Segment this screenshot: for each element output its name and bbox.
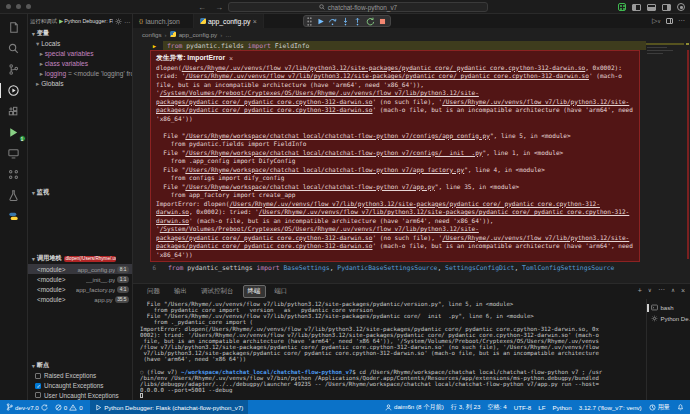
sidebar-title: 运行和调试 bbox=[30, 18, 57, 25]
usage-indicator[interactable]: 用量 bbox=[649, 403, 670, 412]
editor-tab[interactable]: launch.json bbox=[133, 14, 194, 28]
terminal-list-item[interactable]: Python De… bbox=[647, 313, 690, 324]
editor-tab[interactable]: app_config.py bbox=[194, 14, 264, 28]
step-over-icon[interactable] bbox=[328, 17, 337, 26]
breakpoint-checkbox[interactable] bbox=[35, 392, 41, 398]
encoding[interactable]: UTF-8 bbox=[514, 404, 532, 411]
org-grid-icon[interactable] bbox=[0, 164, 28, 185]
gear-icon[interactable] bbox=[115, 18, 122, 25]
problems-indicator[interactable]: 0 0 bbox=[55, 404, 83, 411]
toggle-secondary-sidebar-icon[interactable] bbox=[662, 4, 671, 11]
watch-header[interactable]: ▾监视 bbox=[28, 187, 132, 198]
exception-text-line bbox=[156, 123, 634, 132]
more-actions-icon[interactable]: ⋯ bbox=[124, 18, 130, 25]
debug-session-icon[interactable]: 1 bbox=[0, 122, 28, 143]
drag-handle-icon[interactable] bbox=[307, 17, 312, 26]
stop-icon[interactable] bbox=[378, 17, 387, 26]
maximize-panel-icon[interactable]: ∧ bbox=[671, 287, 675, 293]
code-editor[interactable]: ▶ from pydantic.fields import FieldInfo … bbox=[133, 40, 690, 283]
blame-info[interactable]: daim6n (8 个月前) bbox=[385, 403, 444, 412]
step-into-icon[interactable] bbox=[341, 17, 350, 26]
assistant-icon[interactable] bbox=[618, 3, 626, 11]
toggle-panel-icon[interactable] bbox=[647, 4, 656, 11]
indentation[interactable]: 空格: 4 bbox=[487, 403, 506, 412]
terminal-list-item[interactable]: bash bbox=[647, 302, 690, 313]
panel-tab[interactable]: 输出 bbox=[169, 285, 192, 298]
editor-more-actions-icon[interactable]: ⋯ bbox=[678, 17, 685, 25]
back-icon[interactable]: ← bbox=[198, 3, 206, 12]
call-stack-frame[interactable]: <module> __init__.py 1:1 bbox=[28, 274, 132, 284]
source-control-icon[interactable] bbox=[0, 59, 28, 80]
exception-title: 发生异常: ImportError bbox=[156, 53, 225, 63]
search-sidebar-icon[interactable] bbox=[0, 38, 28, 59]
window-controls[interactable] bbox=[6, 4, 31, 9]
breakpoint-item[interactable]: User Uncaught Exceptions bbox=[28, 391, 132, 400]
exception-text-line: File "/Users/Rhyme/workspace/chatchat_lo… bbox=[156, 132, 634, 141]
command-center-search[interactable]: chatchat-flow-python_v7 bbox=[228, 2, 488, 12]
breakpoints-section: ▾断点 Raised Exceptions Uncaught Exception… bbox=[28, 360, 132, 400]
continue-icon[interactable] bbox=[316, 17, 325, 26]
explorer-icon[interactable] bbox=[0, 17, 28, 38]
call-stack-header[interactable]: ▾调用堆栈 dlopen(/Users/Rhyme/.uv/venvs/flow… bbox=[28, 253, 132, 264]
panel-more-icon[interactable]: ⋯ bbox=[658, 286, 665, 294]
minimize-window-icon[interactable] bbox=[16, 4, 21, 9]
panel-tab[interactable]: 端口 bbox=[270, 285, 293, 298]
breadcrumb[interactable]: configs › app_config.py › … bbox=[133, 28, 690, 40]
exception-text-line: from app_factory import create_app bbox=[156, 191, 634, 200]
line-col-badge: 1:1 bbox=[117, 276, 129, 283]
extensions-icon[interactable] bbox=[0, 101, 28, 122]
variable-row[interactable]: ▸ class variables bbox=[28, 59, 132, 69]
call-stack-frame[interactable]: <module> app.py 35:5 bbox=[28, 294, 132, 304]
breakpoint-item[interactable]: Uncaught Exceptions bbox=[28, 381, 132, 391]
panel-tab[interactable]: 终端 bbox=[243, 285, 266, 298]
breakpoints-header[interactable]: ▾断点 bbox=[28, 360, 132, 371]
python-interpreter[interactable]: 3.12.7 ('flow_v7': venv) bbox=[579, 404, 642, 411]
breakpoint-item[interactable]: Raised Exceptions bbox=[28, 371, 132, 381]
search-icon bbox=[319, 4, 325, 10]
start-debug-icon[interactable]: ▶ bbox=[59, 18, 63, 24]
debug-status[interactable]: Python Debugger: Flask (chatchat-flow-py… bbox=[90, 400, 249, 414]
call-stack-frame[interactable]: <module> app_config.py 8:1 bbox=[28, 264, 132, 274]
bell-icon[interactable] bbox=[677, 403, 684, 411]
panel-tab[interactable]: 问题 bbox=[142, 285, 165, 298]
variable-row[interactable]: ▾ Locals bbox=[28, 39, 132, 49]
restart-icon[interactable] bbox=[366, 17, 375, 26]
variable-row[interactable]: ▸ special variables bbox=[28, 49, 132, 59]
variables-header[interactable]: ▾变量 bbox=[28, 28, 132, 39]
forward-icon[interactable]: → bbox=[215, 3, 223, 12]
language-mode[interactable]: Python bbox=[552, 404, 571, 411]
run-debug-icon[interactable] bbox=[0, 80, 28, 101]
testing-icon[interactable] bbox=[0, 185, 28, 206]
exception-text-line: File "/Users/Rhyme/workspace/chatchat_lo… bbox=[156, 166, 634, 175]
close-window-icon[interactable] bbox=[6, 4, 11, 9]
eol[interactable]: LF bbox=[538, 404, 545, 411]
terminal-list: bash Python De… bbox=[646, 299, 690, 400]
step-out-icon[interactable] bbox=[353, 17, 362, 26]
new-terminal-icon[interactable]: + bbox=[638, 287, 642, 294]
variable-row[interactable]: ▸ Globals bbox=[28, 79, 132, 89]
close-tab-icon[interactable] bbox=[253, 18, 257, 25]
terminal-dropdown-icon[interactable]: ∨ bbox=[648, 287, 652, 293]
branch-indicator[interactable]: dev-v7.0 bbox=[6, 403, 48, 411]
close-panel-icon[interactable]: × bbox=[681, 287, 685, 294]
toggle-sidebar-icon[interactable] bbox=[632, 4, 641, 11]
line-col-badge: 4:1 bbox=[117, 286, 129, 293]
call-stack-section: ▾调用堆栈 dlopen(/Users/Rhyme/.uv/venvs/flow… bbox=[28, 253, 132, 360]
close-exception-icon[interactable]: × bbox=[229, 55, 233, 62]
variable-row[interactable]: ▸ logging = <module 'logging' from '/lib… bbox=[28, 69, 132, 79]
launch-config-dropdown[interactable]: ▶ Python Debugger: Fl ∨ bbox=[59, 18, 113, 24]
run-python-file-icon[interactable]: ▷∨ bbox=[652, 17, 661, 25]
code-line-5: ▶ from pydantic.fields import FieldInfo bbox=[133, 41, 646, 50]
split-editor-icon[interactable] bbox=[666, 18, 673, 24]
terminal-output[interactable]: File "/Users/Rhyme/.uv/venvs/flow_v7/lib… bbox=[133, 299, 646, 400]
remote-explorer-icon[interactable] bbox=[0, 143, 28, 164]
breakpoint-checkbox[interactable] bbox=[35, 373, 41, 379]
breakpoint-checkbox[interactable] bbox=[35, 383, 41, 389]
minimap[interactable] bbox=[646, 40, 684, 283]
panel-tab[interactable]: 调试控制台 bbox=[196, 285, 239, 298]
customize-layout-icon[interactable] bbox=[677, 3, 685, 11]
call-stack-frame[interactable]: <module> app_factory.py 4:1 bbox=[28, 284, 132, 294]
python-env-icon[interactable] bbox=[0, 206, 28, 227]
cursor-position[interactable]: 行 3, 列 23 bbox=[451, 403, 481, 412]
maximize-window-icon[interactable] bbox=[26, 4, 31, 9]
